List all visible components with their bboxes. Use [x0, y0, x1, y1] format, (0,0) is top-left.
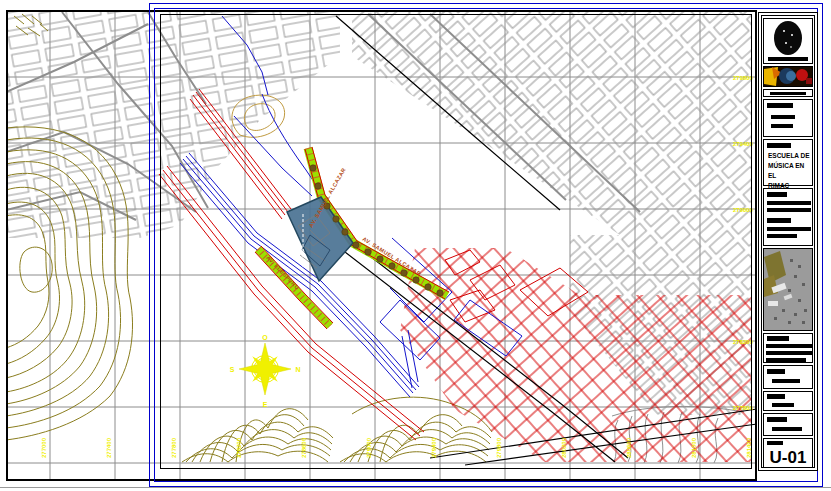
title-block-section-authors	[763, 188, 813, 246]
title-block-caption-box	[763, 89, 813, 97]
title-block-artwork-box	[763, 66, 813, 87]
svg-text:279800: 279800	[496, 437, 502, 458]
compass-south-label: S	[230, 366, 235, 373]
title-block-section-project: ESCUELA DE MÚSICA EN EL RIMAC	[763, 139, 813, 186]
svg-text:277400: 277400	[106, 437, 112, 458]
svg-text:280200: 280200	[561, 437, 567, 458]
svg-text:277000: 277000	[41, 437, 47, 458]
artwork-image	[764, 67, 812, 86]
title-block-section-date	[763, 391, 813, 411]
svg-text:279000: 279000	[733, 207, 754, 213]
project-title-line1: ESCUELA DE	[768, 152, 810, 159]
university-logo-icon	[764, 19, 812, 63]
title-block-logo-box	[763, 18, 813, 64]
title-block-section-scale	[763, 365, 813, 389]
svg-text:279000: 279000	[366, 437, 372, 458]
svg-text:278600: 278600	[301, 437, 307, 458]
compass-east-label: E	[263, 401, 268, 408]
svg-text:278200: 278200	[236, 437, 242, 458]
title-block-location-thumbnail	[763, 248, 813, 331]
title-block-section-drawn-by	[763, 413, 813, 436]
svg-text:279800: 279800	[733, 75, 754, 81]
drawing-canvas: AV. SAMUEL ALCAZAR AV. ELESPURU AV. SAMU…	[0, 0, 831, 491]
title-block-section-notes	[763, 333, 813, 363]
svg-text:277800: 277800	[733, 405, 754, 411]
svg-text:277800: 277800	[171, 437, 177, 458]
svg-text:278200: 278200	[733, 339, 754, 345]
title-block-sheet-number-box: U-01	[763, 438, 813, 468]
compass-north-label: N	[295, 366, 300, 373]
svg-text:279400: 279400	[431, 437, 437, 458]
project-title-line2: MÚSICA EN EL	[768, 162, 804, 179]
project-title: ESCUELA DE MÚSICA EN EL RIMAC	[768, 151, 812, 191]
svg-text:279400: 279400	[733, 141, 754, 147]
title-block-section-owner	[763, 99, 813, 137]
svg-text:281400: 281400	[746, 437, 752, 458]
location-thumbnail-image	[764, 249, 812, 330]
compass-rose: O N E S	[230, 334, 301, 408]
compass-west-label: O	[262, 334, 268, 341]
map-viewport[interactable]: AV. SAMUEL ALCAZAR AV. ELESPURU AV. SAMU…	[0, 0, 831, 491]
svg-text:280600: 280600	[626, 437, 632, 458]
svg-text:281000: 281000	[691, 437, 697, 458]
sheet-number: U-01	[764, 448, 812, 468]
